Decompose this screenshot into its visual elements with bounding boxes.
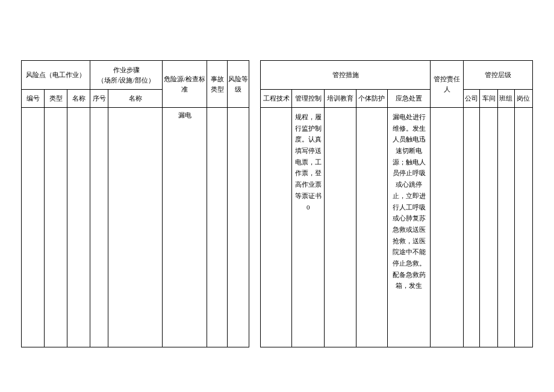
cell-protection [356, 108, 387, 347]
cell-type [45, 108, 67, 347]
hdr-accident-type: 事故类型 [207, 61, 228, 108]
table-row: 漏电 [22, 108, 249, 347]
right-table: 管控措施 管控责任人 管控层级 工程技术 管理控制 培训教育 个体防护 应急处置… [260, 60, 533, 347]
table-row-r: 规程，履行监护制度。认真填写停送电票，工作票，登高作业票等票证书 0 漏电处进行… [261, 108, 533, 347]
hdr-number: 编号 [22, 90, 45, 108]
hdr-work-step: 作业步骤 （场所/设施/部位） [90, 61, 163, 90]
left-table: 风险点（电工作业） 作业步骤 （场所/设施/部位） 危险源/检查标准 事故类型 … [21, 60, 249, 347]
cell-accident [207, 108, 228, 347]
hdr-engineering: 工程技术 [261, 90, 292, 108]
hdr-control-person: 管控责任人 [431, 61, 463, 108]
cell-management: 规程，履行监护制度。认真填写停送电票，工作票，登高作业票等票证书 0 [292, 108, 325, 347]
hdr-emergency: 应急处置 [387, 90, 431, 108]
cell-control-person [431, 108, 463, 347]
hdr-workshop: 车间 [479, 90, 497, 108]
hdr-training: 培训教育 [325, 90, 356, 108]
hdr-team: 班组 [498, 90, 514, 108]
cell-engineering [261, 108, 292, 347]
cell-workshop [479, 108, 497, 347]
hdr-type: 类型 [45, 90, 67, 108]
hdr-seq: 序号 [90, 90, 108, 108]
header-row-2-r: 工程技术 管理控制 培训教育 个体防护 应急处置 公司 车间 班组 岗位 [261, 90, 533, 108]
cell-risk-level [228, 108, 249, 347]
cell-training [325, 108, 356, 347]
cell-emergency: 漏电处进行维修。发生人员触电迅速切断电源；触电人员停止呼吸或心跳停止，立即进行人… [387, 108, 431, 347]
hdr-name2: 名称 [108, 90, 163, 108]
hdr-name: 名称 [67, 90, 90, 108]
emergency-text: 漏电处进行维修。发生人员触电迅速切断电源；触电人员停止呼吸或心跳停止，立即进行人… [388, 110, 430, 293]
hdr-post: 岗位 [514, 90, 532, 108]
hdr-company: 公司 [463, 90, 479, 108]
header-row-1: 风险点（电工作业） 作业步骤 （场所/设施/部位） 危险源/检查标准 事故类型 … [22, 61, 249, 90]
cell-number [22, 108, 45, 347]
hdr-control-measures: 管控措施 [261, 61, 431, 90]
cell-step-name [108, 108, 163, 347]
hdr-management: 管理控制 [292, 90, 325, 108]
hdr-protection: 个体防护 [356, 90, 387, 108]
hdr-risk-point: 风险点（电工作业） [22, 61, 90, 90]
cell-company [463, 108, 479, 347]
cell-hazard: 漏电 [163, 108, 207, 347]
document-page: 风险点（电工作业） 作业步骤 （场所/设施/部位） 危险源/检查标准 事故类型 … [0, 0, 554, 378]
cell-name [67, 108, 90, 347]
hdr-risk-level: 风险等级 [228, 61, 249, 108]
cell-seq [90, 108, 108, 347]
header-row-1-r: 管控措施 管控责任人 管控层级 [261, 61, 533, 90]
hdr-hazard-standard: 危险源/检查标准 [163, 61, 207, 108]
cell-post [514, 108, 532, 347]
cell-team [498, 108, 514, 347]
management-text: 规程，履行监护制度。认真填写停送电票，工作票，登高作业票等票证书 0 [293, 110, 323, 214]
hdr-control-level: 管控层级 [463, 61, 532, 90]
